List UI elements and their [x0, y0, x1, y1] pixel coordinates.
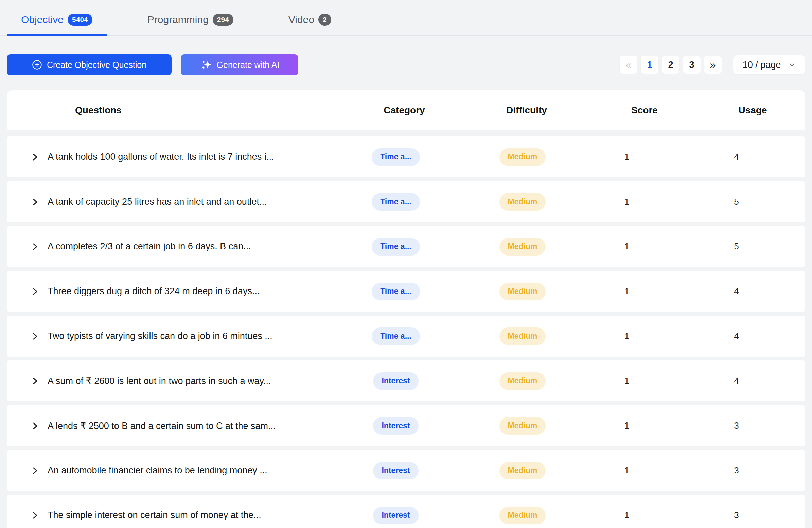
tab-programming-label: Programming [147, 14, 208, 26]
active-tab-underline [7, 34, 107, 36]
chevron-down-icon [788, 61, 796, 69]
score-value: 1 [586, 152, 668, 162]
question-text: A tank of capacity 25 litres has an inle… [47, 196, 267, 207]
tab-bar: Objective 5404 Programming 294 Video 2 [0, 0, 812, 36]
column-header-difficulty: Difficulty [506, 105, 547, 116]
pagination-page-2[interactable]: 2 [662, 56, 680, 74]
category-badge: Interest [373, 462, 418, 480]
category-badge: Time a... [372, 238, 420, 256]
table-row[interactable]: A lends ₹ 2500 to B and a certain sum to… [7, 405, 805, 446]
expand-chevron-icon[interactable] [30, 376, 40, 386]
difficulty-badge: Medium [499, 283, 546, 300]
tab-programming-count-badge: 294 [213, 14, 233, 26]
category-badge: Time a... [372, 328, 420, 345]
category-badge: Interest [373, 417, 418, 435]
question-text: Three diggers dug a ditch of 324 m deep … [47, 286, 260, 297]
question-text: The simple interest on certain sum of mo… [47, 510, 261, 521]
score-value: 1 [586, 376, 668, 386]
question-text: Two typists of varying skills can do a j… [47, 331, 273, 341]
difficulty-badge: Medium [499, 328, 546, 345]
page-size-select[interactable]: 10 / page [733, 55, 805, 74]
expand-chevron-icon[interactable] [30, 197, 40, 207]
table-row[interactable]: An automobile financier claims to be len… [7, 450, 805, 491]
table-row[interactable]: A tank of capacity 25 litres has an inle… [7, 181, 805, 222]
difficulty-badge: Medium [499, 372, 546, 390]
double-chevron-right-icon: » [710, 59, 716, 71]
usage-value: 4 [668, 376, 805, 386]
table-row[interactable]: A sum of ₹ 2600 is lent out in two parts… [7, 360, 805, 402]
page-size-value: 10 / page [743, 60, 781, 70]
score-value: 1 [586, 286, 668, 297]
double-chevron-left-icon: « [626, 59, 632, 71]
usage-value: 4 [668, 152, 805, 162]
usage-value: 4 [668, 331, 805, 341]
column-header-category: Category [383, 105, 425, 116]
pagination-next-button[interactable]: » [704, 56, 722, 74]
sparkles-icon [200, 59, 212, 71]
usage-value: 3 [668, 510, 805, 521]
score-value: 1 [586, 196, 668, 207]
pagination-page-3[interactable]: 3 [683, 56, 700, 74]
difficulty-badge: Medium [499, 238, 546, 256]
pagination: « 1 2 3 » 10 / page [620, 55, 805, 74]
expand-chevron-icon[interactable] [30, 286, 40, 297]
tab-programming[interactable]: Programming 294 [133, 4, 248, 35]
difficulty-badge: Medium [499, 462, 546, 480]
tab-objective-count-badge: 5404 [68, 14, 92, 26]
expand-chevron-icon[interactable] [30, 510, 40, 521]
table-row[interactable]: Two typists of varying skills can do a j… [7, 316, 805, 357]
table-body: A tank holds 100 gallons of water. Its i… [7, 136, 805, 528]
difficulty-badge: Medium [499, 507, 546, 524]
tab-video-count-badge: 2 [318, 14, 331, 26]
difficulty-badge: Medium [499, 148, 546, 166]
expand-chevron-icon[interactable] [30, 466, 40, 476]
generate-button-label: Generate with AI [217, 60, 280, 70]
table-row[interactable]: A completes 2/3 of a certain job in 6 da… [7, 226, 805, 267]
column-header-usage: Usage [738, 105, 767, 116]
expand-chevron-icon[interactable] [30, 242, 40, 252]
score-value: 1 [586, 331, 668, 341]
category-badge: Interest [373, 507, 418, 524]
question-text: A lends ₹ 2500 to B and a certain sum to… [47, 420, 276, 431]
category-badge: Time a... [372, 193, 420, 211]
table-row[interactable]: A tank holds 100 gallons of water. Its i… [7, 136, 805, 178]
create-button-label: Create Objective Question [47, 60, 146, 70]
question-bank-page: { "tabs": [ { "label": "Objective", "cou… [0, 0, 812, 528]
usage-value: 3 [668, 420, 805, 431]
category-badge: Time a... [372, 283, 420, 300]
create-objective-question-button[interactable]: Create Objective Question [7, 54, 172, 75]
difficulty-badge: Medium [499, 193, 546, 211]
pagination-prev-button[interactable]: « [620, 56, 637, 74]
category-badge: Interest [373, 372, 418, 390]
usage-value: 5 [668, 196, 805, 207]
question-text: A tank holds 100 gallons of water. Its i… [47, 152, 274, 162]
pagination-page-1[interactable]: 1 [641, 56, 658, 74]
score-value: 1 [586, 420, 668, 431]
toolbar: Create Objective Question Generate with … [7, 54, 805, 75]
question-text: A completes 2/3 of a certain job in 6 da… [47, 241, 251, 252]
question-text: An automobile financier claims to be len… [47, 465, 267, 476]
usage-value: 3 [668, 465, 805, 476]
expand-chevron-icon[interactable] [30, 421, 40, 431]
tab-video[interactable]: Video 2 [274, 4, 346, 35]
column-header-questions: Questions [7, 105, 333, 116]
tab-video-label: Video [288, 14, 314, 26]
difficulty-badge: Medium [499, 417, 546, 435]
usage-value: 4 [668, 286, 805, 297]
category-badge: Time a... [372, 148, 420, 166]
expand-chevron-icon[interactable] [30, 331, 40, 341]
tab-objective[interactable]: Objective 5404 [7, 4, 107, 35]
score-value: 1 [586, 465, 668, 476]
generate-with-ai-button[interactable]: Generate with AI [181, 54, 298, 75]
score-value: 1 [586, 241, 668, 252]
table-row[interactable]: Three diggers dug a ditch of 324 m deep … [7, 271, 805, 312]
tab-objective-label: Objective [21, 14, 63, 26]
table-header: Questions Category Difficulty Score Usag… [7, 90, 805, 130]
expand-chevron-icon[interactable] [30, 152, 40, 162]
table-row[interactable]: The simple interest on certain sum of mo… [7, 495, 805, 528]
question-text: A sum of ₹ 2600 is lent out in two parts… [47, 376, 271, 387]
usage-value: 5 [668, 241, 805, 252]
column-header-score: Score [631, 105, 658, 116]
plus-circle-icon [32, 60, 42, 70]
score-value: 1 [586, 510, 668, 521]
